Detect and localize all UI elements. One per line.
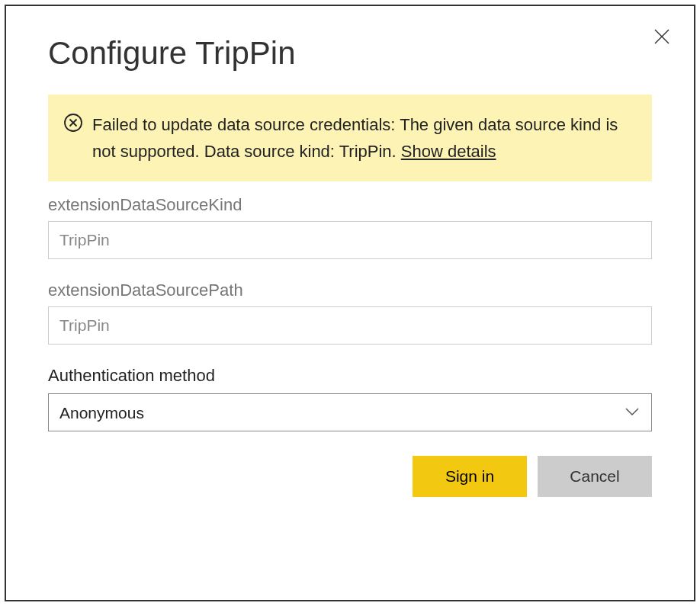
field-kind: extensionDataSourceKind bbox=[48, 195, 652, 259]
sign-in-button[interactable]: Sign in bbox=[413, 456, 527, 497]
close-icon bbox=[653, 35, 671, 48]
cancel-button[interactable]: Cancel bbox=[538, 456, 652, 497]
error-banner: Failed to update data source credentials… bbox=[48, 95, 652, 181]
field-path-input bbox=[48, 306, 652, 345]
configure-dialog: Configure TripPin Failed to update data … bbox=[5, 5, 695, 601]
error-icon bbox=[63, 113, 83, 136]
field-path: extensionDataSourcePath bbox=[48, 281, 652, 345]
error-message: Failed to update data source credentials… bbox=[92, 111, 637, 165]
field-path-label: extensionDataSourcePath bbox=[48, 281, 652, 300]
show-details-link[interactable]: Show details bbox=[401, 142, 496, 161]
error-message-text: Failed to update data source credentials… bbox=[92, 115, 618, 161]
dialog-title: Configure TripPin bbox=[48, 35, 652, 72]
field-auth-label: Authentication method bbox=[48, 366, 652, 386]
field-kind-input bbox=[48, 221, 652, 259]
auth-select-wrapper: Anonymous bbox=[48, 393, 652, 431]
field-kind-label: extensionDataSourceKind bbox=[48, 195, 652, 215]
button-row: Sign in Cancel bbox=[48, 456, 652, 497]
field-auth: Authentication method Anonymous bbox=[48, 366, 652, 431]
close-button[interactable] bbox=[653, 27, 671, 49]
auth-method-select[interactable]: Anonymous bbox=[48, 393, 652, 431]
